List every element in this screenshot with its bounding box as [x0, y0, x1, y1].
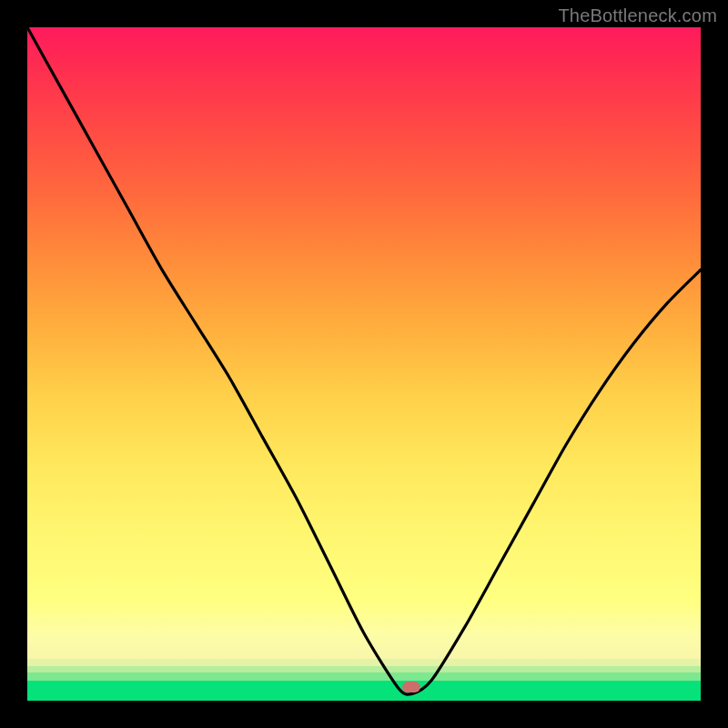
- watermark-text: TheBottleneck.com: [558, 5, 717, 26]
- optimum-marker: [402, 682, 420, 693]
- chart-frame: TheBottleneck.com: [0, 0, 728, 728]
- curve-svg: [27, 27, 701, 701]
- bottleneck-curve: [27, 27, 701, 694]
- plot-area: [27, 27, 701, 701]
